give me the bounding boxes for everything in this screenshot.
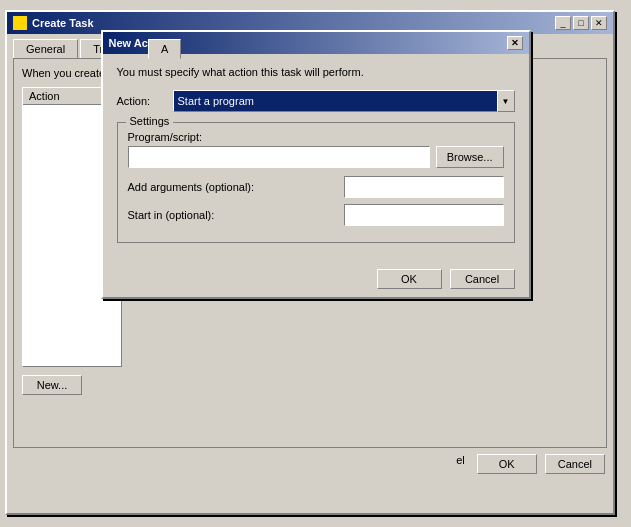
dialog-buttons: OK Cancel — [103, 261, 529, 297]
action-row: Action: Start a program Send an e-mail D… — [117, 90, 515, 112]
program-script-input[interactable] — [128, 146, 430, 168]
action-field-label: Action: — [117, 95, 167, 107]
add-arguments-label: Add arguments (optional): — [128, 181, 344, 193]
start-in-row: Start in (optional): — [128, 204, 504, 226]
program-script-input-row: Browse... — [128, 146, 504, 168]
program-script-field-row: Program/script: Browse... — [128, 131, 504, 168]
dialog-body: You must specify what action this task w… — [103, 54, 529, 261]
dialog-description: You must specify what action this task w… — [117, 66, 515, 78]
dialog-close-button[interactable]: ✕ — [507, 36, 523, 50]
action-select[interactable]: Start a program Send an e-mail Display a… — [173, 90, 515, 112]
add-arguments-row: Add arguments (optional): — [128, 176, 504, 198]
new-action-dialog: New Action ✕ You must specify what actio… — [101, 30, 531, 299]
dialog-overlay: New Action ✕ You must specify what actio… — [0, 0, 631, 527]
start-in-label: Start in (optional): — [128, 209, 344, 221]
settings-legend: Settings — [126, 115, 174, 127]
dialog-ok-button[interactable]: OK — [377, 269, 442, 289]
start-in-input[interactable] — [344, 204, 504, 226]
settings-group-box: Settings Program/script: Browse... Add a… — [117, 122, 515, 243]
tab-actions[interactable]: A — [148, 39, 181, 59]
program-script-label: Program/script: — [128, 131, 504, 143]
dialog-cancel-button[interactable]: Cancel — [450, 269, 515, 289]
action-select-wrap: Start a program Send an e-mail Display a… — [173, 90, 515, 112]
browse-button[interactable]: Browse... — [436, 146, 504, 168]
add-arguments-input[interactable] — [344, 176, 504, 198]
